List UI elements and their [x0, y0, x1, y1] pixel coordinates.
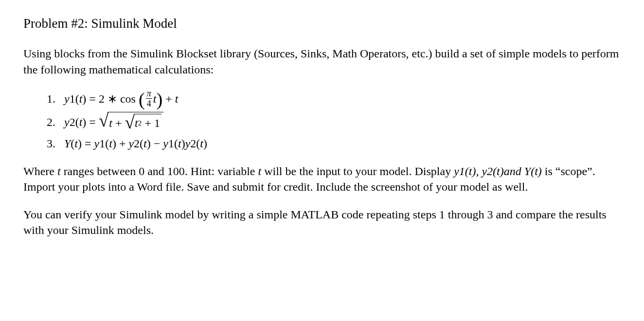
t: t	[178, 136, 181, 151]
sqrt-content: t + √ t2 + 1	[107, 112, 163, 132]
display-vars: y1(t), y2(t)and Y(t)	[454, 165, 542, 178]
equation-3: 3. Y(t) = y1(t) + y2(t) − y1(t)y2(t)	[47, 136, 621, 151]
inner-sqrt: √ t2 + 1	[125, 114, 161, 132]
arg-t: t	[79, 114, 83, 130]
cos: cos	[120, 91, 136, 107]
sub: 2	[134, 136, 140, 151]
frac-num: π	[146, 89, 152, 98]
var-y: y	[64, 91, 70, 107]
tail-t: t	[175, 91, 179, 107]
txt: Where	[23, 165, 57, 178]
y2b: y	[185, 136, 191, 151]
paren-open: (	[71, 136, 74, 151]
y2: y	[128, 136, 134, 151]
equals: =	[89, 114, 96, 130]
plus: +	[165, 91, 172, 107]
var-Y: Y	[64, 136, 71, 151]
fraction-pi-4: π 4	[146, 89, 152, 108]
arg-t: t	[74, 136, 78, 151]
eq-number: 3.	[47, 136, 64, 151]
const-1: 1	[154, 115, 160, 131]
coef-2: 2	[99, 91, 105, 107]
inner-t: t	[153, 91, 157, 107]
paren-close: )	[82, 114, 86, 130]
outer-t: t	[109, 115, 112, 131]
inner-t: t	[135, 115, 138, 131]
intro-paragraph: Using blocks from the Simulink Blockset …	[23, 46, 621, 77]
eq-body: y1(t) = 2 ∗ cos ( π 4 t ) + t	[64, 89, 178, 108]
sqrt-icon: √	[125, 113, 135, 131]
var-t: t	[57, 165, 61, 178]
frac-den: 4	[146, 98, 152, 108]
eq-number: 1.	[47, 91, 64, 107]
paren-close: )	[82, 91, 86, 107]
t: t	[109, 136, 112, 151]
sub: 1	[99, 136, 105, 151]
sqrt-content: t2 + 1	[134, 114, 161, 131]
eq-body: y2(t) = √ t + √ t2 + 1	[64, 112, 163, 132]
eq-number: 2.	[47, 114, 64, 130]
sub-1: 1	[70, 91, 75, 107]
sub-2: 2	[70, 114, 75, 130]
t: t	[200, 136, 203, 151]
where-paragraph: Where t ranges between 0 and 100. Hint: …	[23, 163, 621, 195]
arg-t: t	[79, 91, 83, 107]
paren-open: (	[75, 114, 79, 130]
y1b: y	[163, 136, 168, 151]
txt: will be the input to your model. Display	[261, 165, 454, 178]
outer-sqrt: √ t + √ t2 + 1	[99, 112, 163, 132]
paren-close: )	[78, 136, 82, 151]
equals: =	[85, 136, 91, 151]
equation-1: 1. y1(t) = 2 ∗ cos ( π 4 t ) + t	[47, 89, 621, 108]
eq-body: Y(t) = y1(t) + y2(t) − y1(t)y2(t)	[64, 136, 207, 151]
equals: =	[89, 91, 96, 107]
paren-open: (	[75, 91, 79, 107]
var-y: y	[64, 114, 70, 130]
y1: y	[94, 136, 100, 151]
big-paren-open: (	[139, 92, 145, 107]
minus: −	[154, 136, 161, 151]
sub: 1	[168, 136, 174, 151]
big-paren-close: )	[156, 92, 162, 107]
sub: 2	[190, 136, 196, 151]
t: t	[143, 136, 147, 151]
equation-2: 2. y2(t) = √ t + √ t2 + 1	[47, 112, 621, 132]
asterisk: ∗	[107, 91, 117, 107]
equation-list: 1. y1(t) = 2 ∗ cos ( π 4 t ) + t 2. y2(t…	[47, 89, 621, 152]
sqrt-icon: √	[99, 111, 108, 129]
txt: ranges between 0 and 100. Hint: variable	[61, 165, 258, 178]
verify-paragraph: You can verify your Simulink model by wr…	[23, 207, 621, 238]
plus: +	[144, 115, 151, 131]
problem-title: Problem #2: Simulink Model	[23, 15, 621, 32]
plus: +	[119, 136, 126, 151]
plus: +	[115, 115, 122, 131]
